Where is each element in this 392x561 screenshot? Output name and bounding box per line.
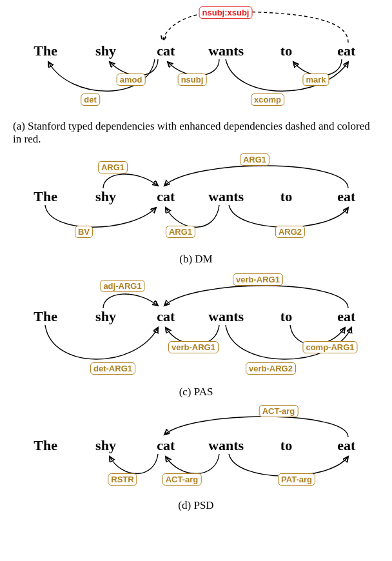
dep-label-pat-arg: PAT-arg xyxy=(278,473,315,486)
token-wants: wants xyxy=(196,437,256,454)
token-cat: cat xyxy=(136,188,196,205)
token-wants: wants xyxy=(196,188,256,205)
dep-label-arg1-tr: ARG1 xyxy=(240,153,270,166)
token-to: to xyxy=(256,308,316,325)
arc-area-top-c: adj-ARG1 verb-ARG1 xyxy=(13,272,379,308)
words-row-d: The shy cat wants to eat xyxy=(13,437,379,454)
arc-area-bot-b: BV ARG1 ARG2 xyxy=(13,205,379,250)
token-eat: eat xyxy=(317,308,377,325)
dep-label-act-arg-b: ACT-arg xyxy=(162,473,202,486)
dep-label-rstr: RSTR xyxy=(108,473,137,486)
dep-label-mark: mark xyxy=(302,74,329,86)
token-to: to xyxy=(256,188,316,205)
dep-label-arg1-tl: ARG1 xyxy=(98,161,128,173)
token-eat: eat xyxy=(317,43,377,59)
arc-area-top-d: ACT-arg xyxy=(13,405,379,437)
arc-area-bot-d: RSTR ACT-arg PAT-arg xyxy=(13,454,379,497)
dep-label-arg2: ARG2 xyxy=(275,226,305,238)
dep-label-verb-arg1-t: verb-ARG1 xyxy=(233,273,283,286)
token-the: The xyxy=(15,308,75,325)
dep-label-amod: amod xyxy=(117,74,146,86)
arc-area-top-a: nsubj:xsubj xyxy=(13,6,379,43)
token-to: to xyxy=(256,43,316,59)
token-wants: wants xyxy=(196,43,256,59)
words-row-b: The shy cat wants to eat xyxy=(13,188,379,205)
caption-c: (c) PAS xyxy=(13,386,379,399)
dep-label-xcomp: xcomp xyxy=(251,94,284,106)
token-cat: cat xyxy=(136,308,196,325)
arc-area-bot-a: amod nsubj mark det xcomp xyxy=(13,59,379,117)
dep-label-act-arg-t: ACT-arg xyxy=(259,405,299,417)
arc-area-bot-c: verb-ARG1 comp-ARG1 det-ARG1 verb-ARG2 xyxy=(13,325,379,383)
token-eat: eat xyxy=(317,188,377,205)
caption-d: (d) PSD xyxy=(13,499,379,512)
diagram-b-dm: ARG1 ARG1 The shy cat wants to eat BV AR… xyxy=(13,152,379,266)
token-the: The xyxy=(15,188,75,205)
dep-label-det-arg1: det-ARG1 xyxy=(90,362,135,375)
dep-label-adj-arg1: adj-ARG1 xyxy=(100,280,144,292)
diagram-d-psd: ACT-arg The shy cat wants to eat RSTR AC… xyxy=(13,405,379,512)
token-the: The xyxy=(15,437,75,454)
token-shy: shy xyxy=(75,437,135,454)
dep-label-arg1-b: ARG1 xyxy=(166,226,195,238)
token-shy: shy xyxy=(75,43,135,59)
caption-a: (a) Stanford typed dependencies with enh… xyxy=(13,120,379,146)
dep-label-nsubj: nsubj xyxy=(178,74,207,86)
token-shy: shy xyxy=(75,308,135,325)
dep-label-verb-arg1-b: verb-ARG1 xyxy=(168,341,219,353)
token-the: The xyxy=(15,43,75,59)
token-shy: shy xyxy=(75,188,135,205)
caption-b: (b) DM xyxy=(13,253,379,266)
token-wants: wants xyxy=(196,308,256,325)
token-cat: cat xyxy=(136,43,196,59)
dep-label-bv: BV xyxy=(75,226,93,238)
dep-label-det: det xyxy=(81,94,100,106)
token-eat: eat xyxy=(317,437,377,454)
words-row-c: The shy cat wants to eat xyxy=(13,308,379,325)
token-cat: cat xyxy=(136,437,196,454)
dep-label-nsubj-xsubj: nsubj:xsubj xyxy=(199,6,253,19)
dep-label-comp-arg1: comp-ARG1 xyxy=(302,341,357,353)
arc-area-top-b: ARG1 ARG1 xyxy=(13,152,379,188)
dep-label-verb-arg2: verb-ARG2 xyxy=(246,362,296,375)
diagram-c-pas: adj-ARG1 verb-ARG1 The shy cat wants to … xyxy=(13,272,379,399)
words-row-a: The shy cat wants to eat xyxy=(13,43,379,59)
diagram-a-stanford: nsubj:xsubj The shy cat wants to eat xyxy=(13,6,379,146)
token-to: to xyxy=(256,437,316,454)
